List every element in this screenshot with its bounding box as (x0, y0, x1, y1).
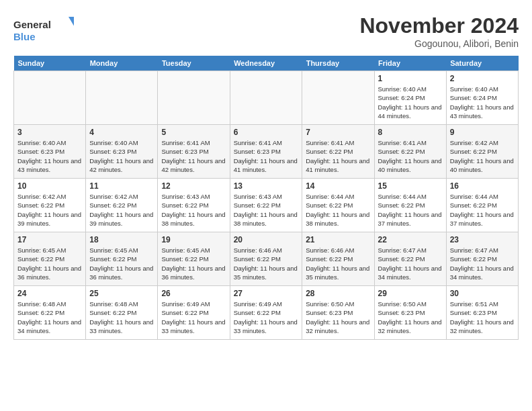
svg-text:Blue: Blue (13, 31, 36, 42)
day-info: Sunrise: 6:50 AM Sunset: 6:23 PM Dayligh… (378, 300, 443, 335)
weekday-header-saturday: Saturday (446, 56, 518, 71)
day-number: 13 (234, 181, 299, 191)
day-info: Sunrise: 6:44 AM Sunset: 6:22 PM Dayligh… (450, 192, 515, 228)
day-info: Sunrise: 6:51 AM Sunset: 6:23 PM Dayligh… (450, 300, 515, 335)
calendar-day: 14Sunrise: 6:44 AM Sunset: 6:22 PM Dayli… (302, 179, 374, 232)
day-info: Sunrise: 6:40 AM Sunset: 6:24 PM Dayligh… (450, 85, 515, 120)
day-number: 5 (161, 128, 226, 137)
calendar-day: 22Sunrise: 6:47 AM Sunset: 6:22 PM Dayli… (374, 232, 446, 286)
day-info: Sunrise: 6:41 AM Sunset: 6:23 PM Dayligh… (234, 138, 299, 174)
calendar-day: 28Sunrise: 6:50 AM Sunset: 6:23 PM Dayli… (302, 286, 374, 340)
calendar-day (14, 71, 86, 125)
calendar-day: 20Sunrise: 6:46 AM Sunset: 6:22 PM Dayli… (230, 232, 302, 286)
day-info: Sunrise: 6:46 AM Sunset: 6:22 PM Dayligh… (234, 246, 299, 281)
day-number: 17 (17, 235, 82, 244)
day-info: Sunrise: 6:41 AM Sunset: 6:22 PM Dayligh… (378, 138, 443, 174)
calendar-week-1: 3Sunrise: 6:40 AM Sunset: 6:23 PM Daylig… (14, 125, 519, 179)
day-info: Sunrise: 6:42 AM Sunset: 6:22 PM Dayligh… (450, 138, 515, 174)
day-info: Sunrise: 6:47 AM Sunset: 6:22 PM Dayligh… (450, 246, 515, 281)
logo-svg: General Blue (13, 13, 74, 47)
day-info: Sunrise: 6:42 AM Sunset: 6:22 PM Dayligh… (89, 192, 154, 228)
day-number: 27 (234, 289, 299, 298)
day-info: Sunrise: 6:40 AM Sunset: 6:24 PM Dayligh… (378, 85, 443, 120)
day-number: 11 (89, 181, 154, 191)
day-number: 20 (234, 235, 299, 244)
calendar-day: 9Sunrise: 6:42 AM Sunset: 6:22 PM Daylig… (446, 125, 518, 179)
weekday-header-tuesday: Tuesday (158, 56, 230, 71)
calendar-week-0: 1Sunrise: 6:40 AM Sunset: 6:24 PM Daylig… (14, 71, 519, 125)
day-info: Sunrise: 6:41 AM Sunset: 6:22 PM Dayligh… (306, 138, 370, 174)
day-info: Sunrise: 6:42 AM Sunset: 6:22 PM Dayligh… (17, 192, 82, 228)
day-number: 29 (378, 289, 443, 298)
svg-text:General: General (13, 19, 51, 30)
day-info: Sunrise: 6:49 AM Sunset: 6:22 PM Dayligh… (234, 300, 299, 335)
calendar-day: 29Sunrise: 6:50 AM Sunset: 6:23 PM Dayli… (374, 286, 446, 340)
calendar-day: 15Sunrise: 6:44 AM Sunset: 6:22 PM Dayli… (374, 179, 446, 232)
day-number: 2 (450, 74, 515, 83)
weekday-header-friday: Friday (374, 56, 446, 71)
calendar-day: 7Sunrise: 6:41 AM Sunset: 6:22 PM Daylig… (302, 125, 374, 179)
calendar-day: 12Sunrise: 6:43 AM Sunset: 6:22 PM Dayli… (158, 179, 230, 232)
day-number: 25 (89, 289, 154, 298)
calendar-day: 23Sunrise: 6:47 AM Sunset: 6:22 PM Dayli… (446, 232, 518, 286)
day-number: 24 (17, 289, 82, 298)
weekday-header-sunday: Sunday (14, 56, 86, 71)
day-info: Sunrise: 6:49 AM Sunset: 6:22 PM Dayligh… (161, 300, 226, 335)
svg-marker-2 (69, 17, 74, 28)
calendar-day: 18Sunrise: 6:45 AM Sunset: 6:22 PM Dayli… (86, 232, 158, 286)
day-number: 19 (161, 235, 226, 244)
day-info: Sunrise: 6:40 AM Sunset: 6:23 PM Dayligh… (89, 138, 154, 174)
day-number: 16 (450, 181, 515, 191)
day-info: Sunrise: 6:40 AM Sunset: 6:23 PM Dayligh… (17, 138, 82, 174)
weekday-header-thursday: Thursday (302, 56, 374, 71)
day-info: Sunrise: 6:48 AM Sunset: 6:22 PM Dayligh… (17, 300, 82, 335)
day-number: 1 (378, 74, 443, 83)
day-info: Sunrise: 6:41 AM Sunset: 6:23 PM Dayligh… (161, 138, 226, 174)
calendar-day (86, 71, 158, 125)
day-number: 23 (450, 235, 515, 244)
day-info: Sunrise: 6:48 AM Sunset: 6:22 PM Dayligh… (89, 300, 154, 335)
location-subtitle: Gogounou, Alibori, Benin (359, 38, 519, 49)
day-number: 7 (306, 128, 370, 137)
calendar-day: 2Sunrise: 6:40 AM Sunset: 6:24 PM Daylig… (446, 71, 518, 125)
calendar-day: 16Sunrise: 6:44 AM Sunset: 6:22 PM Dayli… (446, 179, 518, 232)
calendar-day: 24Sunrise: 6:48 AM Sunset: 6:22 PM Dayli… (14, 286, 86, 340)
title-block: November 2024 Gogounou, Alibori, Benin (359, 13, 519, 49)
logo: General Blue (13, 13, 74, 47)
calendar-day: 8Sunrise: 6:41 AM Sunset: 6:22 PM Daylig… (374, 125, 446, 179)
day-number: 3 (17, 128, 82, 137)
calendar-day: 5Sunrise: 6:41 AM Sunset: 6:23 PM Daylig… (158, 125, 230, 179)
day-info: Sunrise: 6:44 AM Sunset: 6:22 PM Dayligh… (306, 192, 370, 228)
calendar-day: 19Sunrise: 6:45 AM Sunset: 6:22 PM Dayli… (158, 232, 230, 286)
calendar-day: 27Sunrise: 6:49 AM Sunset: 6:22 PM Dayli… (230, 286, 302, 340)
day-number: 6 (234, 128, 299, 137)
calendar-week-4: 24Sunrise: 6:48 AM Sunset: 6:22 PM Dayli… (14, 286, 519, 340)
day-number: 26 (161, 289, 226, 298)
day-number: 15 (378, 181, 443, 191)
calendar-day (230, 71, 302, 125)
day-number: 8 (378, 128, 443, 137)
day-info: Sunrise: 6:44 AM Sunset: 6:22 PM Dayligh… (378, 192, 443, 228)
calendar-day: 17Sunrise: 6:45 AM Sunset: 6:22 PM Dayli… (14, 232, 86, 286)
day-number: 9 (450, 128, 515, 137)
calendar-day: 25Sunrise: 6:48 AM Sunset: 6:22 PM Dayli… (86, 286, 158, 340)
calendar-day: 6Sunrise: 6:41 AM Sunset: 6:23 PM Daylig… (230, 125, 302, 179)
day-info: Sunrise: 6:50 AM Sunset: 6:23 PM Dayligh… (306, 300, 370, 335)
calendar-day: 26Sunrise: 6:49 AM Sunset: 6:22 PM Dayli… (158, 286, 230, 340)
calendar-day: 13Sunrise: 6:43 AM Sunset: 6:22 PM Dayli… (230, 179, 302, 232)
day-number: 18 (89, 235, 154, 244)
page-header: General Blue November 2024 Gogounou, Ali… (13, 13, 519, 49)
calendar-day: 21Sunrise: 6:46 AM Sunset: 6:22 PM Dayli… (302, 232, 374, 286)
calendar-day: 3Sunrise: 6:40 AM Sunset: 6:23 PM Daylig… (14, 125, 86, 179)
day-number: 28 (306, 289, 370, 298)
day-number: 22 (378, 235, 443, 244)
calendar-week-3: 17Sunrise: 6:45 AM Sunset: 6:22 PM Dayli… (14, 232, 519, 286)
day-info: Sunrise: 6:47 AM Sunset: 6:22 PM Dayligh… (378, 246, 443, 281)
day-number: 14 (306, 181, 370, 191)
day-info: Sunrise: 6:45 AM Sunset: 6:22 PM Dayligh… (161, 246, 226, 281)
calendar-table: SundayMondayTuesdayWednesdayThursdayFrid… (13, 56, 519, 340)
day-info: Sunrise: 6:45 AM Sunset: 6:22 PM Dayligh… (89, 246, 154, 281)
calendar-day: 10Sunrise: 6:42 AM Sunset: 6:22 PM Dayli… (14, 179, 86, 232)
weekday-header-wednesday: Wednesday (230, 56, 302, 71)
day-number: 4 (89, 128, 154, 137)
